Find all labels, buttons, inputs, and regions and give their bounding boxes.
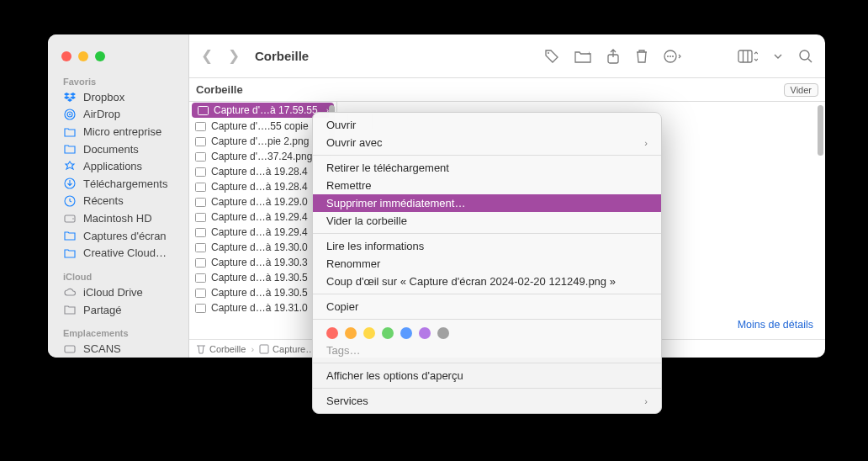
sidebar-item-label: AirDrop	[83, 108, 120, 120]
file-name: Capture d…à 19.30.5	[211, 272, 324, 283]
file-name: Capture d'….55 copie	[211, 120, 324, 132]
image-icon	[194, 166, 206, 178]
svg-point-6	[72, 218, 74, 220]
menu-item-rename[interactable]: Renommer	[313, 255, 661, 273]
svg-rect-7	[65, 346, 75, 352]
svg-rect-32	[195, 289, 205, 297]
minimize-window-button[interactable]	[78, 51, 88, 61]
image-icon	[194, 211, 206, 223]
menu-separator	[313, 155, 661, 156]
svg-point-2	[69, 114, 71, 115]
menu-item-delete-immediately[interactable]: Supprimer immédiatement…	[313, 194, 661, 212]
file-name: Capture d…à 19.28.4	[211, 181, 324, 193]
sidebar-item-label: Micro entreprise	[83, 125, 161, 138]
menu-separator	[313, 233, 661, 234]
search-icon[interactable]	[798, 49, 813, 64]
menu-item-empty-trash[interactable]: Vider la corbeille	[313, 212, 661, 230]
pathbar-label: Capture…	[273, 344, 315, 354]
tag-color-dot[interactable]	[400, 327, 412, 339]
image-icon	[194, 257, 206, 268]
tag-color-dot[interactable]	[419, 327, 431, 339]
svg-point-12	[667, 56, 669, 57]
menu-item-put-back[interactable]: Remettre	[313, 177, 661, 194]
tags-icon[interactable]	[544, 49, 559, 64]
sidebar-item-downloads[interactable]: Téléchargements	[48, 175, 188, 193]
menu-item-open-with[interactable]: Ouvrir avec›	[313, 134, 661, 151]
sidebar-item-micro-entreprise[interactable]: Micro entreprise	[48, 123, 188, 140]
scrollbar-thumb[interactable]	[818, 105, 823, 156]
details-toggle-link[interactable]: Moins de détails	[738, 319, 813, 331]
new-folder-icon[interactable]: +	[574, 50, 591, 63]
pathbar-segment-trash[interactable]: Corbeille	[196, 343, 246, 354]
forward-button[interactable]: ❯	[228, 47, 240, 65]
menu-separator	[313, 388, 661, 389]
image-icon	[194, 226, 206, 238]
sidebar-item-label: Documents	[83, 143, 139, 156]
pathbar-segment-file[interactable]: Capture…	[259, 344, 315, 354]
folder-icon	[63, 248, 77, 258]
menu-item-show-preview-options[interactable]: Afficher les options d'aperçu	[313, 367, 661, 384]
sidebar-item-macintosh-hd[interactable]: Macintosh HD	[48, 209, 188, 227]
sidebar-section-icloud: iCloud	[48, 268, 188, 283]
dropbox-icon	[63, 91, 77, 103]
file-name: Capture d…à 19.28.4	[211, 166, 324, 178]
menu-item-open[interactable]: Ouvrir	[313, 116, 661, 134]
sidebar-item-captures[interactable]: Captures d'écran	[48, 227, 188, 245]
sidebar-item-documents[interactable]: Documents	[48, 140, 188, 158]
menu-item-tags[interactable]: Tags…	[313, 342, 661, 359]
svg-rect-24	[195, 167, 205, 176]
group-menu-icon[interactable]	[773, 51, 783, 61]
menu-item-remove-download[interactable]: Retirer le téléchargement	[313, 159, 661, 177]
file-name: Capture d…à 19.31.0	[211, 302, 324, 314]
empty-trash-button[interactable]: Vider	[784, 83, 818, 97]
sidebar-item-shared[interactable]: Partagé	[48, 301, 188, 319]
sidebar-item-icloud-drive[interactable]: iCloud Drive	[48, 283, 188, 301]
zoom-window-button[interactable]	[95, 51, 105, 61]
sidebar-item-airdrop[interactable]: AirDrop	[48, 106, 188, 124]
svg-text:+: +	[587, 50, 591, 57]
tag-color-dot[interactable]	[345, 327, 357, 339]
menu-item-copy[interactable]: Copier	[313, 298, 661, 315]
tag-color-dot[interactable]	[437, 327, 449, 339]
sidebar-item-scans[interactable]: SCANS	[48, 340, 188, 358]
chevron-right-icon: ›	[644, 138, 648, 148]
view-columns-icon[interactable]	[738, 50, 758, 63]
cloud-icon	[63, 288, 77, 297]
sidebar-item-label: Dropbox	[83, 91, 124, 103]
trash-icon[interactable]	[635, 49, 648, 64]
download-icon	[63, 178, 77, 189]
menu-item-get-info[interactable]: Lire les informations	[313, 237, 661, 255]
sidebar-item-applications[interactable]: Applications	[48, 157, 188, 175]
location-title: Corbeille	[196, 83, 243, 96]
file-name: Capture d…à 19.29.4	[211, 211, 324, 223]
menu-item-services[interactable]: Services›	[313, 392, 661, 410]
context-menu: Ouvrir Ouvrir avec› Retirer le télécharg…	[312, 112, 662, 414]
share-icon[interactable]	[606, 49, 620, 64]
tag-color-dot[interactable]	[363, 327, 375, 339]
hdd-icon	[63, 215, 77, 223]
image-icon	[194, 120, 206, 132]
tag-color-dot[interactable]	[326, 327, 338, 339]
chevron-right-icon: ›	[251, 344, 254, 354]
svg-rect-28	[195, 228, 205, 236]
file-name: Capture d…à 19.30.0	[211, 241, 324, 253]
action-menu-icon[interactable]	[664, 49, 682, 64]
traffic-lights	[48, 41, 188, 73]
close-window-button[interactable]	[61, 51, 71, 61]
toolbar: ❮ ❯ Corbeille +	[189, 34, 825, 78]
back-button[interactable]: ❮	[201, 47, 213, 65]
location-bar: Corbeille Vider	[189, 78, 825, 102]
chevron-right-icon: ›	[644, 396, 648, 406]
image-icon	[194, 302, 206, 314]
clock-icon	[63, 195, 77, 207]
sidebar-item-label: Téléchargements	[83, 178, 167, 190]
svg-line-19	[808, 59, 812, 62]
tag-color-dot[interactable]	[382, 327, 394, 339]
sidebar-item-recents[interactable]: Récents	[48, 193, 188, 210]
svg-point-18	[800, 50, 809, 60]
sidebar-item-dropbox[interactable]: Dropbox	[48, 88, 188, 106]
sidebar-item-label: Applications	[83, 160, 142, 172]
menu-item-quick-look[interactable]: Coup d'œil sur « Capture d'écran 2024-02…	[313, 273, 661, 290]
hdd-icon	[63, 345, 77, 353]
sidebar-item-creative-cloud[interactable]: Creative Cloud…	[48, 244, 188, 262]
